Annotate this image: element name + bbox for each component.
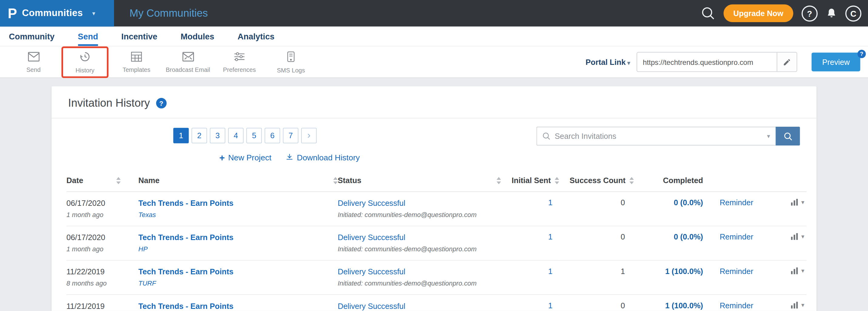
report-chart-dropdown[interactable]: ▾ — [790, 267, 804, 275]
questionpro-logo: P — [8, 6, 17, 20]
table-header-row: Date Name Status Initial Sent Success Co… — [66, 172, 806, 192]
column-status: Status — [338, 176, 361, 185]
report-chart-dropdown[interactable]: ▾ — [790, 198, 804, 206]
tab-community[interactable]: Community — [9, 27, 55, 46]
sms-logs-icon — [287, 51, 295, 65]
table-row: 11/22/20198 months ago Tech Trends - Ear… — [66, 260, 806, 294]
success-count: 1 — [621, 267, 625, 276]
topbar-actions: Upgrade Now ? C — [701, 4, 868, 22]
bell-icon[interactable] — [826, 7, 837, 20]
invite-name-link[interactable]: Tech Trends - Earn Points — [138, 198, 338, 209]
invite-date-ago: 1 month ago — [66, 211, 138, 219]
help-icon[interactable]: ? — [156, 98, 166, 108]
page-title: My Communities — [129, 7, 208, 20]
initial-sent-count[interactable]: 1 — [548, 232, 552, 241]
completed-value: 0 (0.0%) — [634, 226, 703, 260]
toolbar-item-templates[interactable]: Templates — [111, 51, 162, 73]
download-history-link[interactable]: Download History — [286, 153, 360, 163]
toolbar-item-label: History — [75, 67, 94, 73]
new-project-link[interactable]: + New Project — [219, 153, 272, 163]
page-button-7[interactable]: 7 — [283, 128, 299, 144]
reminder-link[interactable]: Reminder — [720, 232, 753, 241]
page-button-1[interactable]: 1 — [173, 128, 189, 144]
card-title: Invitation History — [68, 97, 150, 110]
initial-sent-count[interactable]: 1 — [548, 198, 552, 207]
search-invitations-group: ▾ — [536, 127, 800, 146]
success-count: 0 — [621, 198, 625, 207]
search-button[interactable] — [775, 127, 800, 146]
report-chart-dropdown[interactable]: ▾ — [790, 301, 804, 309]
column-initial-sent: Initial Sent — [512, 176, 551, 185]
tab-analytics[interactable]: Analytics — [238, 27, 275, 46]
broadcast-email-icon — [182, 51, 194, 64]
page-button-2[interactable]: 2 — [192, 128, 207, 144]
completed-value: 1 (100.0%) — [634, 260, 703, 294]
toolbar-item-history[interactable]: History — [59, 51, 111, 73]
help-icon[interactable]: ? — [802, 5, 818, 21]
avatar[interactable]: C — [845, 5, 861, 21]
portal-url-input[interactable] — [637, 53, 777, 71]
invite-status: Delivery Successful — [338, 232, 501, 243]
tab-incentive[interactable]: Incentive — [121, 27, 157, 46]
column-name: Name — [138, 176, 159, 185]
sort-icon[interactable] — [333, 177, 338, 184]
invitation-history-card: Invitation History ? 1 2 3 4 5 6 7 › — [52, 86, 817, 311]
invite-tag[interactable]: Texas — [138, 211, 338, 219]
invite-name-link[interactable]: Tech Trends - Earn Points — [138, 301, 338, 311]
tab-modules[interactable]: Modules — [181, 27, 214, 46]
reminder-link[interactable]: Reminder — [720, 267, 753, 276]
table-row: 11/21/20198 months ago Tech Trends - Ear… — [66, 294, 806, 311]
preview-button[interactable]: Preview — [812, 53, 860, 71]
invite-initiated-by: Initiated: communities-demo@questionpro.… — [338, 245, 501, 253]
sort-icon[interactable] — [629, 177, 634, 184]
upgrade-now-button[interactable]: Upgrade Now — [723, 4, 793, 22]
main-nav: Community Send Incentive Modules Analyti… — [0, 27, 868, 47]
search-invitations-input[interactable] — [555, 131, 759, 141]
toolbar-item-broadcast-email[interactable]: Broadcast Email — [162, 51, 214, 73]
history-icon — [79, 51, 91, 65]
invite-status: Delivery Successful — [338, 267, 501, 277]
sort-icon[interactable] — [116, 177, 121, 184]
reminder-link[interactable]: Reminder — [720, 301, 753, 310]
chevron-down-icon: ▾ — [92, 10, 95, 17]
send-icon — [27, 51, 39, 64]
page-button-4[interactable]: 4 — [228, 128, 244, 144]
success-count: 0 — [621, 232, 625, 241]
toolbar-item-label: Templates — [123, 66, 150, 73]
edit-pencil-icon[interactable] — [777, 53, 797, 71]
communities-product-switcher[interactable]: P Communities ▾ — [0, 0, 114, 27]
sort-icon[interactable] — [555, 177, 559, 184]
toolbar-item-send[interactable]: Send — [8, 51, 59, 73]
toolbar-item-sms-logs[interactable]: SMS Logs — [265, 51, 317, 73]
page-button-3[interactable]: 3 — [210, 128, 225, 144]
invite-tag[interactable]: HP — [138, 245, 338, 253]
invite-name-link[interactable]: Tech Trends - Earn Points — [138, 267, 338, 277]
initial-sent-count[interactable]: 1 — [548, 267, 552, 276]
column-completed: Completed — [634, 172, 703, 192]
completed-value: 0 (0.0%) — [634, 192, 703, 226]
invite-initiated-by: Initiated: communities-demo@questionpro.… — [338, 211, 501, 219]
help-icon[interactable]: ? — [857, 50, 866, 58]
page-button-6[interactable]: 6 — [265, 128, 280, 144]
invite-status: Delivery Successful — [338, 301, 501, 311]
portal-link-group: Portal Link▾ Preview — [586, 52, 860, 72]
tab-send[interactable]: Send — [78, 27, 98, 46]
chevron-down-icon[interactable]: ▾ — [767, 133, 770, 140]
chevron-down-icon: ▾ — [801, 301, 804, 309]
sort-icon[interactable] — [496, 177, 501, 184]
portal-link-dropdown[interactable]: Portal Link▾ — [586, 58, 630, 66]
initial-sent-count[interactable]: 1 — [548, 301, 552, 310]
top-bar: P Communities ▾ My Communities Upgrade N… — [0, 0, 868, 27]
page-button-5[interactable]: 5 — [246, 128, 262, 144]
column-success-count: Success Count — [569, 176, 626, 185]
next-page-button[interactable]: › — [301, 128, 317, 144]
invite-date: 06/17/2020 — [66, 198, 138, 209]
search-icon[interactable] — [701, 6, 715, 20]
invite-name-link[interactable]: Tech Trends - Earn Points — [138, 232, 338, 243]
toolbar-item-preferences[interactable]: Preferences — [214, 51, 266, 73]
report-chart-dropdown[interactable]: ▾ — [790, 232, 804, 240]
search-icon — [542, 131, 551, 143]
completed-value: 1 (100.0%) — [634, 294, 703, 311]
invite-tag[interactable]: TURF — [138, 279, 338, 287]
reminder-link[interactable]: Reminder — [720, 198, 753, 207]
